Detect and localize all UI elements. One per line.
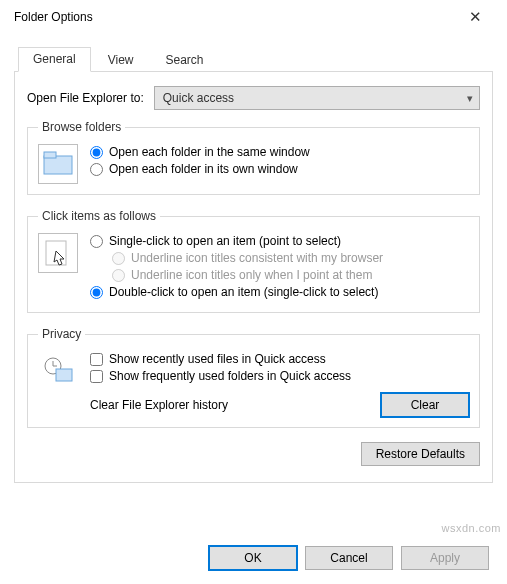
tab-search[interactable]: Search [151, 48, 219, 72]
close-icon: ✕ [469, 8, 482, 26]
restore-defaults-button[interactable]: Restore Defaults [361, 442, 480, 466]
folder-icon [38, 144, 78, 184]
tab-view[interactable]: View [93, 48, 149, 72]
svg-rect-1 [44, 152, 56, 158]
open-explorer-combo[interactable]: Quick access ▾ [154, 86, 480, 110]
click-items-group: Click items as follows Single-click to o… [27, 209, 480, 313]
cancel-button[interactable]: Cancel [305, 546, 393, 570]
clear-button[interactable]: Clear [381, 393, 469, 417]
check-recent-files-label: Show recently used files in Quick access [109, 352, 326, 366]
browse-folders-legend: Browse folders [38, 120, 125, 134]
radio-same-window-row[interactable]: Open each folder in the same window [90, 145, 310, 159]
titlebar: Folder Options ✕ [0, 0, 507, 32]
check-frequent-folders-row[interactable]: Show frequently used folders in Quick ac… [90, 369, 469, 383]
radio-single-click-label: Single-click to open an item (point to s… [109, 234, 341, 248]
window-title: Folder Options [14, 10, 93, 24]
svg-rect-0 [44, 156, 72, 174]
radio-double-click-label: Double-click to open an item (single-cli… [109, 285, 378, 299]
ok-button[interactable]: OK [209, 546, 297, 570]
radio-underline-browser [112, 252, 125, 265]
privacy-legend: Privacy [38, 327, 85, 341]
apply-button[interactable]: Apply [401, 546, 489, 570]
tab-row: General View Search [0, 32, 507, 71]
svg-rect-4 [56, 369, 72, 381]
close-button[interactable]: ✕ [455, 3, 495, 31]
radio-underline-browser-row: Underline icon titles consistent with my… [112, 251, 383, 265]
radio-underline-browser-label: Underline icon titles consistent with my… [131, 251, 383, 265]
check-recent-files-row[interactable]: Show recently used files in Quick access [90, 352, 469, 366]
radio-underline-point [112, 269, 125, 282]
check-frequent-folders-label: Show frequently used folders in Quick ac… [109, 369, 351, 383]
browse-folders-group: Browse folders Open each folder in the s… [27, 120, 480, 195]
radio-same-window-label: Open each folder in the same window [109, 145, 310, 159]
dialog-footer: OK Cancel Apply [209, 546, 489, 570]
cursor-icon [38, 233, 78, 273]
tab-panel-general: Open File Explorer to: Quick access ▾ Br… [14, 71, 493, 483]
check-recent-files[interactable] [90, 353, 103, 366]
radio-double-click[interactable] [90, 286, 103, 299]
watermark: wsxdn.com [441, 522, 501, 534]
history-icon [38, 351, 78, 391]
radio-underline-point-row: Underline icon titles only when I point … [112, 268, 383, 282]
radio-same-window[interactable] [90, 146, 103, 159]
click-items-legend: Click items as follows [38, 209, 160, 223]
radio-underline-point-label: Underline icon titles only when I point … [131, 268, 372, 282]
radio-own-window[interactable] [90, 163, 103, 176]
privacy-group: Privacy Show recently used files in Quic… [27, 327, 480, 428]
radio-double-click-row[interactable]: Double-click to open an item (single-cli… [90, 285, 383, 299]
open-explorer-value: Quick access [163, 91, 234, 105]
clear-history-label: Clear File Explorer history [90, 398, 228, 412]
radio-own-window-label: Open each folder in its own window [109, 162, 298, 176]
radio-single-click[interactable] [90, 235, 103, 248]
tab-general[interactable]: General [18, 47, 91, 72]
radio-own-window-row[interactable]: Open each folder in its own window [90, 162, 310, 176]
radio-single-click-row[interactable]: Single-click to open an item (point to s… [90, 234, 383, 248]
open-explorer-label: Open File Explorer to: [27, 91, 144, 105]
check-frequent-folders[interactable] [90, 370, 103, 383]
chevron-down-icon: ▾ [467, 92, 473, 105]
open-explorer-row: Open File Explorer to: Quick access ▾ [27, 86, 480, 110]
